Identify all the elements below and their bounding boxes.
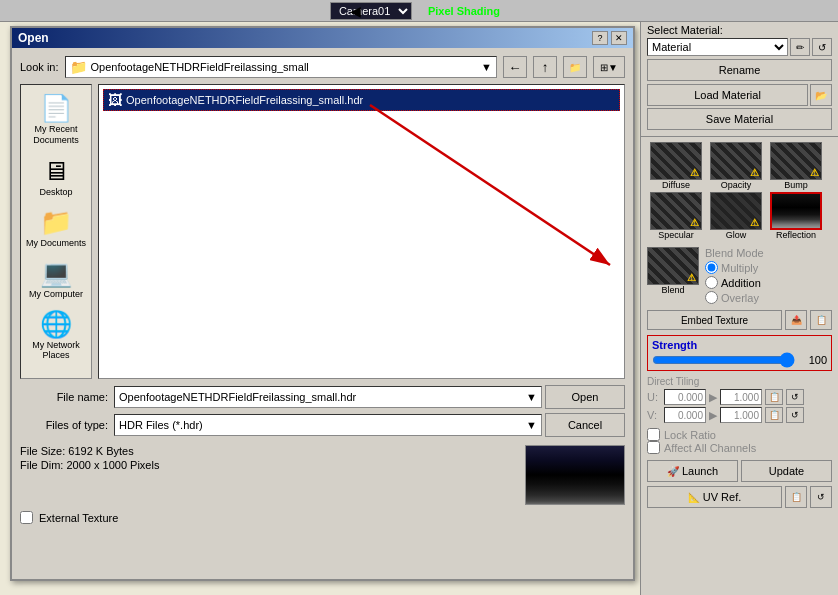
file-size-label: File Size: 6192 K Bytes bbox=[20, 445, 159, 457]
uv-ref-label: UV Ref. bbox=[703, 491, 742, 503]
reflection-thumb[interactable] bbox=[770, 192, 822, 230]
bump-thumb[interactable]: ⚠ bbox=[770, 142, 822, 180]
new-folder-btn[interactable]: 📁 bbox=[563, 56, 587, 78]
file-icon: 🖼 bbox=[108, 92, 122, 108]
sidebar-item-computer[interactable]: 💻 My Computer bbox=[23, 254, 89, 303]
v-icon-btn2[interactable]: ↺ bbox=[786, 407, 804, 423]
multiply-radio-row[interactable]: Multiply bbox=[705, 261, 832, 274]
blend-label: Blend bbox=[661, 285, 684, 295]
rename-button[interactable]: Rename bbox=[647, 59, 832, 81]
strength-slider[interactable] bbox=[652, 353, 795, 367]
computer-label: My Computer bbox=[29, 289, 83, 299]
v-icon-btn1[interactable]: 📋 bbox=[765, 407, 783, 423]
look-in-select[interactable]: 📁 OpenfootageNETHDRFieldFreilassing_smal… bbox=[65, 56, 497, 78]
v-from-input[interactable] bbox=[664, 407, 706, 423]
dialog-close-btn[interactable]: ✕ bbox=[611, 31, 627, 45]
opacity-thumb[interactable]: ⚠ bbox=[710, 142, 762, 180]
uv-icon-btn4[interactable]: ↺ bbox=[810, 486, 832, 508]
embed-icon-btn2[interactable]: 📋 bbox=[810, 310, 832, 330]
opacity-label: Opacity bbox=[721, 180, 752, 190]
u-icon-btn2[interactable]: ↺ bbox=[786, 389, 804, 405]
embed-icon-btn1[interactable]: 📤 bbox=[785, 310, 807, 330]
load-material-button[interactable]: Load Material bbox=[647, 84, 808, 106]
file-name-label: File name: bbox=[20, 391, 108, 403]
texture-cell-glow: ⚠ Glow bbox=[707, 192, 765, 240]
embed-texture-btn[interactable]: Embed Texture bbox=[647, 310, 782, 330]
right-panel: Material & Texture Settings ▼ Select Mat… bbox=[640, 0, 838, 595]
file-item[interactable]: 🖼 OpenfootageNETHDRFieldFreilassing_smal… bbox=[103, 89, 620, 111]
overlay-radio[interactable] bbox=[705, 291, 718, 304]
view-toggle-btn[interactable]: ⊞▼ bbox=[593, 56, 625, 78]
v-to-input[interactable] bbox=[720, 407, 762, 423]
specular-thumb[interactable]: ⚠ bbox=[650, 192, 702, 230]
uv-ref-icon: 📐 bbox=[688, 492, 700, 503]
blend-mode-label: Blend Mode bbox=[705, 247, 832, 259]
v-label: V: bbox=[647, 409, 661, 421]
glow-label: Glow bbox=[726, 230, 747, 240]
dialog-help-btn[interactable]: ? bbox=[592, 31, 608, 45]
documents-icon: 📁 bbox=[40, 207, 72, 238]
save-material-button[interactable]: Save Material bbox=[647, 108, 832, 130]
camera-dropdown[interactable]: Camera01 bbox=[330, 2, 412, 20]
recent-icon: 📄 bbox=[40, 93, 72, 124]
look-in-value: OpenfootageNETHDRFieldFreilassing_small bbox=[91, 61, 309, 73]
open-button[interactable]: Open bbox=[545, 385, 625, 409]
addition-radio-row[interactable]: Addition bbox=[705, 276, 832, 289]
uv-icon-btn3[interactable]: 📋 bbox=[785, 486, 807, 508]
file-name-item: OpenfootageNETHDRFieldFreilassing_small.… bbox=[126, 94, 363, 106]
v-separator: ▶ bbox=[709, 409, 717, 422]
uv-ref-button[interactable]: 📐 UV Ref. bbox=[647, 486, 782, 508]
multiply-label: Multiply bbox=[721, 262, 758, 274]
recent-label: My Recent Documents bbox=[25, 124, 87, 146]
affect-all-row[interactable]: Affect All Channels bbox=[647, 441, 832, 454]
addition-radio[interactable] bbox=[705, 276, 718, 289]
glow-thumb[interactable]: ⚠ bbox=[710, 192, 762, 230]
sidebar-item-network[interactable]: 🌐 My Network Places bbox=[23, 305, 89, 364]
nav-back-btn[interactable]: ← bbox=[503, 56, 527, 78]
file-type-select[interactable]: HDR Files (*.hdr) ▼ bbox=[114, 414, 542, 436]
file-name-input[interactable]: OpenfootageNETHDRFieldFreilassing_small.… bbox=[114, 386, 542, 408]
launch-button[interactable]: 🚀 Launch bbox=[647, 460, 738, 482]
file-type-label: Files of type: bbox=[20, 419, 108, 431]
strength-section: Strength 100 bbox=[647, 335, 832, 371]
nav-up-btn[interactable]: ↑ bbox=[533, 56, 557, 78]
material-select[interactable]: Material bbox=[647, 38, 788, 56]
u-separator: ▶ bbox=[709, 391, 717, 404]
strength-label: Strength bbox=[652, 339, 827, 351]
u-to-input[interactable] bbox=[720, 389, 762, 405]
affect-all-label: Affect All Channels bbox=[664, 442, 756, 454]
file-list[interactable]: 🖼 OpenfootageNETHDRFieldFreilassing_smal… bbox=[98, 84, 625, 379]
sidebar-nav: 📄 My Recent Documents 🖥 Desktop 📁 My Doc… bbox=[20, 84, 92, 379]
network-icon: 🌐 bbox=[40, 309, 72, 340]
sidebar-item-documents[interactable]: 📁 My Documents bbox=[23, 203, 89, 252]
look-in-label: Look in: bbox=[20, 61, 59, 73]
material-edit-btn[interactable]: ✏ bbox=[790, 38, 810, 56]
material-reset-btn[interactable]: ↺ bbox=[812, 38, 832, 56]
pixel-shading-label: Pixel Shading bbox=[420, 5, 508, 17]
external-texture-checkbox[interactable] bbox=[20, 511, 33, 524]
affect-all-checkbox[interactable] bbox=[647, 441, 660, 454]
overlay-radio-row[interactable]: Overlay bbox=[705, 291, 832, 304]
update-button[interactable]: Update bbox=[741, 460, 832, 482]
blend-thumb[interactable]: ⚠ bbox=[647, 247, 699, 285]
texture-cell-reflection: Reflection bbox=[767, 192, 825, 240]
texture-cell-diffuse: ⚠ Diffuse bbox=[647, 142, 705, 190]
nav-left-arrow[interactable]: ◀ bbox=[350, 3, 361, 19]
texture-cell-opacity: ⚠ Opacity bbox=[707, 142, 765, 190]
lock-ratio-checkbox[interactable] bbox=[647, 428, 660, 441]
sidebar-item-recent[interactable]: 📄 My Recent Documents bbox=[23, 89, 89, 150]
sidebar-item-desktop[interactable]: 🖥 Desktop bbox=[23, 152, 89, 201]
desktop-icon: 🖥 bbox=[43, 156, 69, 187]
lock-ratio-label: Lock Ratio bbox=[664, 429, 716, 441]
u-icon-btn1[interactable]: 📋 bbox=[765, 389, 783, 405]
cancel-button[interactable]: Cancel bbox=[545, 413, 625, 437]
direct-tiling-label: Direct Tiling bbox=[647, 376, 832, 387]
diffuse-thumb[interactable]: ⚠ bbox=[650, 142, 702, 180]
lock-ratio-row[interactable]: Lock Ratio bbox=[647, 428, 832, 441]
load-material-icon-btn[interactable]: 📂 bbox=[810, 84, 832, 106]
texture-cell-specular: ⚠ Specular bbox=[647, 192, 705, 240]
folder-icon: 📁 bbox=[70, 59, 87, 75]
u-from-input[interactable] bbox=[664, 389, 706, 405]
multiply-radio[interactable] bbox=[705, 261, 718, 274]
file-dim-label: File Dim: 2000 x 1000 Pixels bbox=[20, 459, 159, 471]
